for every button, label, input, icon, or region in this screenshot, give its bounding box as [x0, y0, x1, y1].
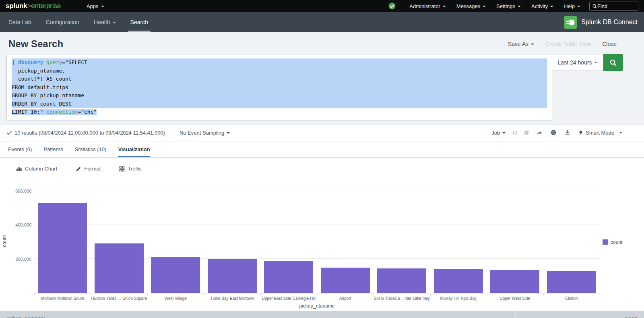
share-icon[interactable] [536, 129, 543, 136]
job-controls: Job Smart Mode [491, 129, 622, 136]
column-bar[interactable] [547, 271, 596, 293]
search-mode-menu[interactable]: Smart Mode [578, 130, 622, 136]
column-bar[interactable] [151, 257, 200, 293]
event-sampling-menu[interactable]: No Event Sampling [180, 130, 230, 136]
time-range-label: Last 24 hours [558, 59, 592, 66]
app-name: Splunk DB Connect [581, 19, 638, 26]
nav-item-configuration[interactable]: Configuration [46, 12, 79, 32]
column-bar[interactable] [377, 268, 426, 293]
table-column-count[interactable]: count [515, 311, 644, 318]
x-category-label: West Village [147, 295, 204, 301]
search-section: New Search Save As Create Table View Clo… [0, 32, 644, 125]
tab-events[interactable]: Events (0) [8, 141, 32, 157]
chart-type-picker[interactable]: Column Chart [16, 166, 57, 172]
chevron-down-icon [113, 22, 116, 23]
app-nav-bar: Data Lab Configuration Health Search Spl… [0, 12, 644, 32]
bar-slot [487, 191, 543, 293]
find-input[interactable] [597, 3, 634, 9]
format-button[interactable]: Format [76, 166, 101, 172]
statistics-table-header: pickup_ntaname count [0, 311, 644, 318]
table-column-pickup-ntaname[interactable]: pickup_ntaname [0, 311, 515, 318]
bar-slot [147, 191, 204, 293]
chart-plot [34, 191, 600, 293]
save-as-label: Save As [508, 41, 528, 47]
nav-item-health[interactable]: Health [94, 12, 116, 32]
nav-item-data-lab[interactable]: Data Lab [8, 12, 31, 32]
nav-item-search[interactable]: Search [130, 12, 148, 32]
x-category-label: Upper West Side [487, 295, 543, 301]
stop-icon[interactable] [524, 131, 528, 135]
x-axis-title: pickup_ntaname [34, 303, 600, 309]
time-range-picker[interactable]: Last 24 hours [552, 54, 603, 71]
event-sampling-label: No Event Sampling [180, 130, 224, 136]
app-identity[interactable]: Splunk DB Connect [564, 16, 638, 29]
query-line: LIMIT 10;" connection="chc" [12, 108, 547, 116]
activity-menu-label: Activity [531, 3, 548, 9]
apps-menu[interactable]: Apps [87, 3, 104, 9]
trellis-icon [119, 166, 125, 172]
search-submit-button[interactable] [603, 54, 623, 71]
export-download-icon[interactable] [564, 129, 571, 136]
chevron-down-icon [518, 6, 521, 7]
nav-item-label: Health [94, 19, 110, 25]
settings-menu[interactable]: Settings [496, 3, 521, 9]
print-icon[interactable] [550, 129, 557, 136]
x-category-label: Murray Hill-Kips Bay [430, 295, 487, 301]
column-bar[interactable] [95, 243, 144, 293]
search-mode-label: Smart Mode [586, 130, 614, 136]
save-as-button[interactable]: Save As [508, 41, 534, 47]
administrator-menu[interactable]: Administrator [409, 3, 446, 9]
bar-slot [317, 191, 374, 293]
find-search-box[interactable] [589, 2, 638, 11]
column-bar[interactable] [38, 203, 87, 293]
help-menu-label: Help [564, 3, 575, 9]
chart-categories: Midtown-Midtown SouthHudson Yards-...-Un… [34, 295, 600, 301]
visualization-controls: Column Chart Format Trellis [0, 158, 644, 178]
legend-label: count [611, 239, 622, 245]
db-connect-plug-icon [564, 16, 577, 29]
logo-separator: > [27, 2, 31, 10]
search-bar: | dbxquery query="SELECT pickup_ntaname,… [6, 54, 623, 121]
messages-menu[interactable]: Messages [456, 3, 486, 9]
splunk-logo[interactable]: splunk>enterprise [6, 2, 61, 10]
chevron-down-icon [101, 6, 104, 7]
chart-yaxis: 200,000400,000600,000 [0, 191, 31, 293]
activity-menu[interactable]: Activity [531, 3, 553, 9]
nav-item-label: Configuration [46, 19, 79, 25]
y-tick-label: 200,000 [15, 257, 31, 262]
chevron-down-icon [619, 132, 622, 133]
tab-visualization[interactable]: Visualization [118, 141, 150, 157]
column-bar[interactable] [321, 268, 370, 293]
search-query-input[interactable]: | dbxquery query="SELECT pickup_ntaname,… [6, 54, 552, 121]
messages-menu-label: Messages [456, 3, 480, 9]
search-icon [609, 59, 617, 67]
lightbulb-icon [578, 130, 583, 136]
x-category-label: SoHo-TriBeCa-...nter-Little Italy [374, 295, 430, 301]
query-line: pickup_ntaname, [12, 67, 547, 75]
column-chart-icon [16, 166, 22, 172]
health-check-circle-icon[interactable] [388, 2, 396, 10]
job-menu[interactable]: Job [491, 130, 506, 136]
chevron-down-icon [531, 44, 534, 45]
bar-slot [430, 191, 487, 293]
column-bar[interactable] [490, 270, 539, 293]
tab-statistics[interactable]: Statistics (10) [75, 141, 107, 157]
help-menu[interactable]: Help [564, 3, 580, 9]
column-bar[interactable] [264, 261, 313, 293]
column-bar[interactable] [434, 269, 483, 293]
settings-menu-label: Settings [496, 3, 515, 9]
chart-legend[interactable]: count [603, 239, 622, 245]
x-category-label: Midtown-Midtown South [34, 295, 91, 301]
query-line: count(*) AS count [12, 75, 547, 83]
column-bar[interactable] [208, 259, 257, 293]
bar-slot [374, 191, 430, 293]
page-header: New Search Save As Create Table View Clo… [0, 32, 644, 53]
pause-icon[interactable] [513, 131, 517, 135]
chevron-down-icon [550, 6, 553, 7]
tab-patterns[interactable]: Patterns [43, 141, 63, 157]
trellis-button[interactable]: Trellis [119, 166, 141, 172]
close-button[interactable]: Close [602, 41, 617, 47]
administrator-menu-label: Administrator [409, 3, 440, 9]
chevron-down-icon [502, 132, 506, 134]
page-title: New Search [8, 38, 63, 50]
